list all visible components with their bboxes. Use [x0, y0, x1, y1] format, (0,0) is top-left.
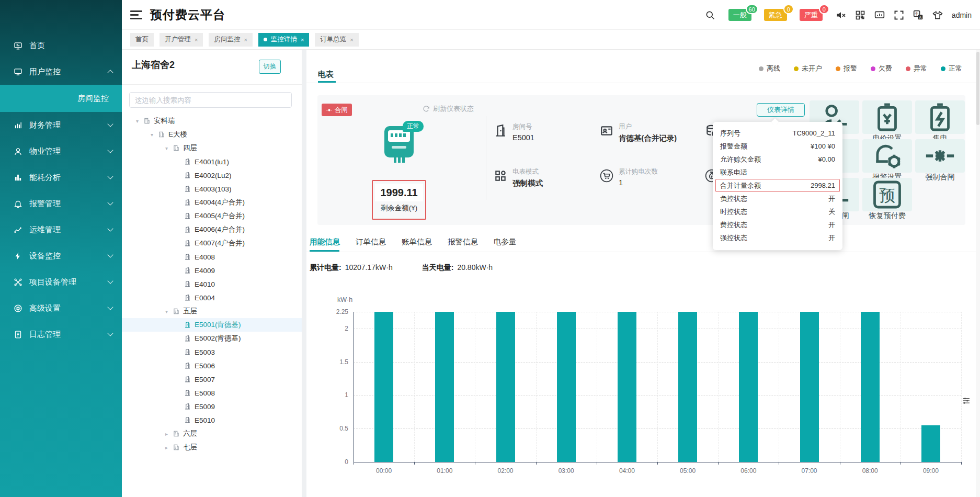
sidebar-subitem-room-monitor[interactable]: 房间监控: [0, 85, 122, 112]
fullscreen-icon[interactable]: [894, 10, 904, 20]
sidebar-item-user-monitor[interactable]: 用户监控: [0, 59, 122, 85]
meter-node-icon: [184, 376, 191, 383]
tree-leaf[interactable]: E5010: [122, 413, 302, 427]
sidebar-item-finance[interactable]: 财务管理: [0, 112, 122, 138]
tree-leaf[interactable]: E5009: [122, 400, 302, 413]
action-button-restore-prepay[interactable]: 预恢复预付费: [862, 178, 912, 211]
refresh-meter-status[interactable]: 刷新仪表状态: [423, 104, 474, 114]
menu-collapse-icon[interactable]: [130, 10, 142, 19]
info-label: 用户: [619, 122, 632, 131]
tree-folder[interactable]: ▾四层: [122, 141, 302, 155]
tab-4[interactable]: 订单总览×: [315, 33, 358, 47]
tree-leaf[interactable]: E5007: [122, 372, 302, 386]
tree-leaf[interactable]: E4005(4户合并): [122, 209, 302, 223]
refresh-icon: [423, 105, 430, 112]
bar-01:00[interactable]: [435, 312, 454, 462]
tab-3[interactable]: 监控详情×: [258, 33, 309, 47]
caret-right-icon[interactable]: ▸: [165, 445, 173, 450]
scrollbar[interactable]: [976, 50, 980, 497]
alarm-badge-1[interactable]: 紧急0: [764, 9, 787, 21]
tree-leaf[interactable]: E5003: [122, 345, 302, 359]
meter-details-button[interactable]: 仪表详情: [757, 103, 805, 117]
action-button-sell-power[interactable]: 售电: [915, 100, 965, 134]
caret-down-icon[interactable]: ▾: [151, 132, 158, 138]
bar-05:00[interactable]: [678, 312, 697, 462]
tree-leaf[interactable]: E0004: [122, 291, 302, 304]
info-value: 1: [619, 178, 623, 187]
action-button-price-setting[interactable]: 电价设置: [862, 100, 912, 134]
tree-folder[interactable]: ▸七层: [122, 440, 302, 454]
bar-06:00[interactable]: [739, 312, 758, 462]
alarm-badge-0[interactable]: 一般60: [728, 9, 751, 21]
theme-shirt-icon[interactable]: [932, 10, 943, 20]
switch-button[interactable]: 切换: [259, 60, 281, 74]
tree-leaf[interactable]: E5008: [122, 386, 302, 400]
tab-1[interactable]: 开户管理×: [159, 33, 203, 47]
app-title: 预付费云平台: [150, 7, 225, 23]
bar-04:00[interactable]: [618, 312, 636, 462]
tree-leaf[interactable]: E5002(肯德基): [122, 332, 302, 345]
bar-03:00[interactable]: [557, 312, 576, 462]
subtab-2[interactable]: 账单信息: [402, 237, 432, 252]
sidebar-item-device-monitor[interactable]: 设备监控: [0, 243, 122, 269]
tree-leaf[interactable]: E4010: [122, 277, 302, 291]
tab-0[interactable]: 首页: [130, 33, 154, 47]
alarm-badge-count: 0: [819, 4, 829, 14]
close-icon[interactable]: ×: [301, 37, 304, 43]
balance-value: 1999.11: [375, 184, 423, 201]
tree-leaf[interactable]: E5001(肯德基): [122, 318, 302, 332]
axis-tick: [779, 462, 779, 465]
sidebar-item-alarm-mgmt[interactable]: 报警管理: [0, 190, 122, 217]
caret-down-icon[interactable]: ▾: [165, 145, 173, 151]
sidebar-item-log-mgmt[interactable]: 日志管理: [0, 321, 122, 347]
tree-leaf[interactable]: E4006(4户合并): [122, 223, 302, 236]
bar-02:00[interactable]: [496, 312, 515, 462]
tree-leaf[interactable]: E4007(4户合并): [122, 236, 302, 250]
sidebar-item-advanced[interactable]: 高级设置: [0, 295, 122, 321]
search-icon[interactable]: [705, 10, 715, 20]
tree-leaf[interactable]: E4008: [122, 250, 302, 264]
tree-leaf[interactable]: E4002(Lu2): [122, 168, 302, 182]
caret-right-icon[interactable]: ▸: [165, 431, 173, 437]
tree-leaf[interactable]: E4001(lu1): [122, 155, 302, 168]
tree-folder[interactable]: ▾E大楼: [122, 128, 302, 141]
tree-leaf[interactable]: E4003(103): [122, 182, 302, 196]
subtab-3[interactable]: 报警信息: [448, 237, 478, 252]
sidebar-item-project-device[interactable]: 项目设备管理: [0, 269, 122, 295]
action-button-force-close[interactable]: 强制合闸: [915, 139, 965, 173]
subtab-1[interactable]: 订单信息: [356, 237, 386, 252]
qr-grid-icon[interactable]: [855, 10, 865, 20]
close-icon[interactable]: ×: [195, 37, 198, 43]
sidebar-item-property[interactable]: 物业管理: [0, 138, 122, 164]
tree-leaf[interactable]: E4009: [122, 264, 302, 277]
tree-folder[interactable]: ▾安科瑞: [122, 114, 302, 128]
action-button-alarm-setting[interactable]: 报警设置: [862, 139, 912, 173]
mute-icon[interactable]: [836, 10, 846, 20]
tree-folder[interactable]: ▸六层: [122, 427, 302, 440]
chart-toolbox-icon[interactable]: [962, 395, 971, 406]
tree-folder[interactable]: ▾五层: [122, 304, 302, 318]
caret-down-icon[interactable]: ▾: [136, 118, 143, 124]
close-icon[interactable]: ×: [244, 37, 247, 43]
sidebar-item-energy-analysis[interactable]: 能耗分析: [0, 164, 122, 190]
bar-00:00[interactable]: [374, 312, 393, 462]
tree-leaf[interactable]: E4004(4户合并): [122, 196, 302, 209]
x-tick-label: 03:00: [551, 467, 582, 475]
subtab-4[interactable]: 电参量: [494, 237, 517, 252]
caret-down-icon[interactable]: ▾: [165, 309, 173, 314]
sidebar-item-ops-mgmt[interactable]: 运维管理: [0, 217, 122, 243]
tree-leaf[interactable]: E5006: [122, 359, 302, 372]
translate-icon[interactable]: 中A: [913, 10, 924, 20]
bar-07:00[interactable]: [800, 312, 819, 462]
bar-08:00[interactable]: [861, 312, 880, 462]
tree-search-input[interactable]: [129, 92, 292, 108]
bar-09:00[interactable]: [921, 425, 940, 462]
close-icon[interactable]: ×: [350, 37, 353, 43]
alarm-badge-2[interactable]: 严重0: [800, 9, 823, 21]
username[interactable]: admin: [952, 11, 972, 19]
tab-2[interactable]: 房间监控×: [209, 33, 252, 47]
tree-node-label: E4006(4户合并): [195, 225, 245, 234]
scrollbar-thumb[interactable]: [976, 52, 979, 125]
sidebar-item-home[interactable]: 首页: [0, 32, 122, 59]
screen-signal-icon[interactable]: [874, 10, 885, 20]
